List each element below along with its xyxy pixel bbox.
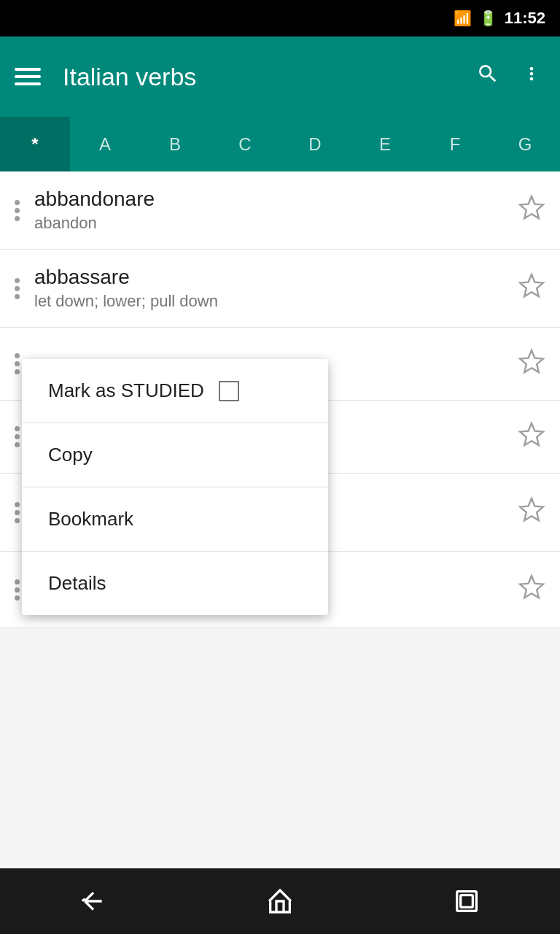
verb-dots-4[interactable] [15, 426, 20, 447]
status-time: 11:52 [505, 9, 545, 28]
home-button[interactable] [251, 883, 309, 919]
bottom-navigation [0, 868, 560, 934]
bookmark-star-3[interactable] [518, 348, 545, 380]
verb-dots-3[interactable] [15, 353, 20, 374]
alpha-tab-e[interactable]: E [350, 117, 420, 171]
context-menu-details[interactable]: Details [22, 552, 328, 615]
context-menu-copy[interactable]: Copy [22, 423, 328, 487]
alpha-tab-d[interactable]: D [280, 117, 350, 171]
verb-dots-1[interactable] [15, 200, 20, 221]
verb-dots-2[interactable] [15, 278, 20, 299]
bookmark-star-4[interactable] [518, 421, 545, 453]
alphabet-tabs: * A B C D E F G [0, 117, 560, 171]
alpha-tab-c[interactable]: C [210, 117, 280, 171]
bookmark-star-6[interactable] [518, 574, 545, 606]
context-menu-bookmark-label: Bookmark [48, 508, 133, 530]
alpha-tab-a[interactable]: A [70, 117, 140, 171]
recents-button[interactable] [438, 883, 496, 919]
alpha-tab-g[interactable]: G [490, 117, 560, 171]
context-menu-mark-studied-label: Mark as STUDIED [48, 379, 204, 402]
verb-content-1: abbandonare abandon [34, 188, 518, 233]
verb-item-abbassare: abbassare let down; lower; pull down [0, 250, 560, 328]
verb-dots-5[interactable] [15, 502, 20, 523]
verb-name-2: abbassare [34, 266, 518, 289]
search-button[interactable] [472, 58, 503, 96]
alpha-tab-star[interactable]: * [0, 117, 70, 171]
svg-rect-1 [461, 895, 473, 908]
verb-item-abbandonare: abbandonare abandon [0, 171, 560, 250]
bookmark-star-5[interactable] [518, 496, 545, 528]
context-menu-mark-studied[interactable]: Mark as STUDIED [22, 359, 328, 423]
context-menu: Mark as STUDIED Copy Bookmark Details [22, 359, 328, 615]
bookmark-star-2[interactable] [518, 272, 545, 304]
verb-name-1: abbandonare [34, 188, 518, 211]
back-button[interactable] [64, 883, 122, 919]
verb-dots-6[interactable] [15, 579, 20, 601]
alpha-tab-f[interactable]: F [420, 117, 490, 171]
more-options-button[interactable] [518, 58, 545, 96]
toolbar-title: Italian verbs [63, 63, 458, 91]
battery-icon: 🔋 [479, 9, 497, 27]
signal-icon: 📶 [454, 9, 472, 27]
context-menu-bookmark[interactable]: Bookmark [22, 487, 328, 552]
status-bar: 📶 🔋 11:52 [0, 0, 560, 36]
bookmark-star-1[interactable] [518, 194, 545, 226]
verb-translation-1: abandon [34, 214, 518, 233]
alpha-tab-b[interactable]: B [140, 117, 210, 171]
context-menu-details-label: Details [48, 572, 106, 595]
context-menu-copy-label: Copy [48, 444, 93, 466]
toolbar: Italian verbs [0, 36, 560, 117]
verb-content-2: abbassare let down; lower; pull down [34, 266, 518, 311]
menu-button[interactable] [15, 68, 41, 85]
studied-checkbox[interactable] [219, 381, 239, 401]
verb-translation-2: let down; lower; pull down [34, 292, 518, 311]
